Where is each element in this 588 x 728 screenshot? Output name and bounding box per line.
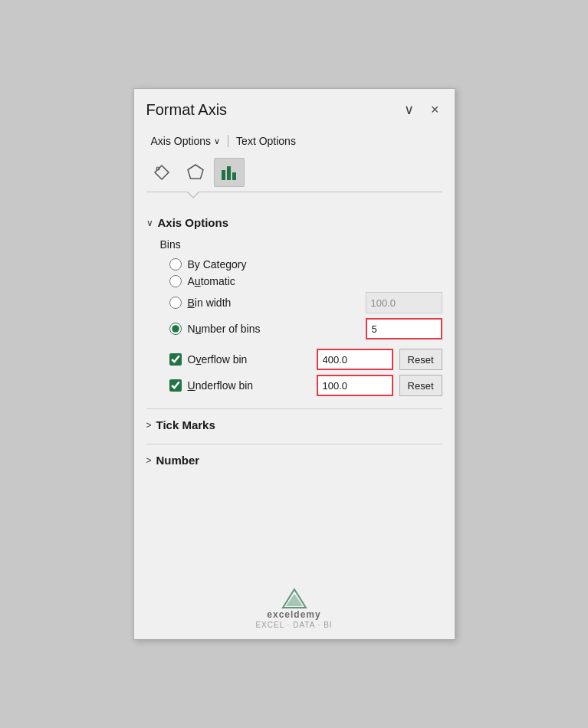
radio-by-category[interactable] xyxy=(169,258,182,271)
panel-title: Format Axis xyxy=(146,101,228,119)
tab-separator xyxy=(228,135,228,147)
svg-rect-4 xyxy=(232,172,236,180)
overflow-bin-reset-button[interactable]: Reset xyxy=(399,349,442,370)
axis-options-section-title: Axis Options xyxy=(158,216,229,229)
number-of-bins-input[interactable] xyxy=(366,318,442,339)
effects-icon xyxy=(186,162,205,182)
overflow-bin-input[interactable] xyxy=(317,349,393,370)
underflow-bin-reset-button[interactable]: Reset xyxy=(399,375,442,396)
tab-text-options[interactable]: Text Options xyxy=(232,132,301,150)
underflow-bin-label: Underflow bin xyxy=(188,379,310,392)
close-button[interactable]: × xyxy=(428,100,442,120)
axis-options-section: ∨ Axis Options Bins By Category Automati… xyxy=(146,216,442,396)
axis-options-chevron: ∨ xyxy=(214,136,220,146)
axis-options-section-header[interactable]: ∨ Axis Options xyxy=(146,216,442,229)
content-area: ∨ Axis Options Bins By Category Automati… xyxy=(134,202,455,576)
divider-container xyxy=(134,187,455,202)
number-section-header[interactable]: > Number xyxy=(146,454,442,467)
axis-options-tab-label: Axis Options xyxy=(151,135,212,147)
panel-header: Format Axis ∨ × xyxy=(134,89,455,127)
watermark-site: exceldemy xyxy=(267,609,320,620)
tick-marks-section-header[interactable]: > Tick Marks xyxy=(146,418,442,431)
radio-row-by-category: By Category xyxy=(169,258,442,271)
radio-row-number-of-bins: Number of bins xyxy=(169,318,442,339)
radio-automatic-label: Automatic xyxy=(188,275,442,287)
header-actions: ∨ × xyxy=(401,100,442,120)
collapse-button[interactable]: ∨ xyxy=(401,100,417,120)
tick-marks-toggle: > xyxy=(146,420,152,431)
tick-marks-section-title: Tick Marks xyxy=(156,418,215,431)
radio-bin-width[interactable] xyxy=(169,297,182,309)
svg-marker-1 xyxy=(188,165,203,179)
radio-bin-width-label: Bin width xyxy=(188,297,360,309)
tab-axis-options[interactable]: Axis Options ∨ xyxy=(146,132,225,150)
fill-line-icon xyxy=(152,162,172,182)
divider-arrow xyxy=(146,192,442,202)
number-section: > Number xyxy=(146,444,442,467)
radio-by-category-label: By Category xyxy=(188,258,442,271)
svg-rect-2 xyxy=(222,170,225,180)
radio-automatic[interactable] xyxy=(169,275,182,287)
watermark: exceldemy EXCEL · DATA · BI xyxy=(134,576,455,639)
checkbox-row-underflow: Underflow bin Reset xyxy=(169,375,442,396)
text-options-tab-label: Text Options xyxy=(236,135,296,147)
fill-line-icon-button[interactable] xyxy=(146,158,177,187)
number-toggle: > xyxy=(146,455,152,466)
effects-icon-button[interactable] xyxy=(180,158,211,187)
watermark-tagline: EXCEL · DATA · BI xyxy=(255,620,332,630)
underflow-bin-input[interactable] xyxy=(317,375,393,396)
axis-options-icon-button[interactable] xyxy=(214,158,245,187)
checkbox-overflow-bin[interactable] xyxy=(169,353,182,366)
radio-row-bin-width: Bin width xyxy=(169,292,442,313)
svg-rect-3 xyxy=(227,166,231,180)
divider-arrow-inner xyxy=(188,192,199,197)
radio-row-automatic: Automatic xyxy=(169,275,442,287)
watermark-logo xyxy=(281,588,307,609)
bar-chart-icon xyxy=(219,162,239,182)
checkbox-row-overflow: Overflow bin Reset xyxy=(169,349,442,370)
checkbox-underflow-bin[interactable] xyxy=(169,379,182,392)
radio-number-of-bins-label: Number of bins xyxy=(188,323,360,335)
number-section-title: Number xyxy=(156,454,200,467)
radio-number-of-bins[interactable] xyxy=(169,323,182,335)
bins-radio-group: By Category Automatic Bin width Number o… xyxy=(169,258,442,339)
overflow-bin-label: Overflow bin xyxy=(188,353,310,366)
format-axis-panel: Format Axis ∨ × Axis Options ∨ Text Opti… xyxy=(133,88,455,640)
bin-width-input[interactable] xyxy=(366,292,442,313)
tick-marks-section: > Tick Marks xyxy=(146,408,442,431)
bins-label: Bins xyxy=(160,238,442,251)
nav-tabs: Axis Options ∨ Text Options xyxy=(134,127,455,150)
axis-options-toggle: ∨ xyxy=(146,218,153,228)
icon-bar xyxy=(134,150,455,187)
